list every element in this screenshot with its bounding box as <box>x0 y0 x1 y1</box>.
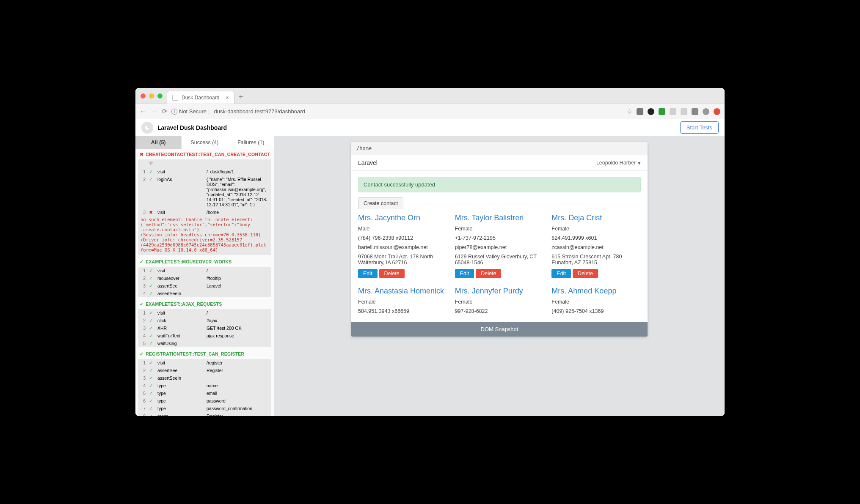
test-title: REGISTRATIONTEST::TEST_CAN_REGISTER <box>146 351 244 356</box>
delete-button[interactable]: Delete <box>476 269 501 278</box>
step-argument: password <box>207 398 269 403</box>
new-tab-button[interactable]: + <box>239 93 243 101</box>
ext-php-icon[interactable] <box>637 108 643 115</box>
ext-grey-icon[interactable] <box>670 108 676 115</box>
ext-dark-icon[interactable] <box>648 108 654 115</box>
delete-button[interactable]: Delete <box>379 269 405 278</box>
step-row[interactable]: 3✖visit/home <box>138 208 271 216</box>
contact-card: Mrs. Ahmed KoeppFemale(409) 925-7504 x13… <box>551 287 641 318</box>
step-row[interactable]: 4✓typename <box>138 382 271 389</box>
app-header: Laravel Dusk Dashboard Start Tests <box>135 119 725 136</box>
minimize-window-icon[interactable] <box>149 93 154 99</box>
tests-list[interactable]: ✖CREATECONTACTTEST::TEST_CAN_CREATE_CONT… <box>135 149 274 416</box>
start-tests-button[interactable]: Start Tests <box>680 121 719 134</box>
ext-pusher-icon[interactable] <box>659 108 665 115</box>
check-icon: ✓ <box>149 310 154 315</box>
step-row[interactable]: 4✓waitForTextajax response <box>138 332 271 340</box>
contact-address: 6129 Russel Valley Gloverbury, CT 65048-… <box>455 254 544 266</box>
filter-tab-all[interactable]: All (5) <box>135 136 182 149</box>
extension-icons: ☆ <box>626 107 720 115</box>
step-command: visit <box>157 310 203 315</box>
step-command: loginAs <box>157 177 203 182</box>
test-header[interactable]: ✓EXAMPLETEST::MOUSEOVER_WORKS <box>135 257 274 267</box>
filter-tab-failures[interactable]: Failures (1) <box>228 136 274 149</box>
preview-nav: Laravel Leopoldo Harber ▾ <box>351 155 648 171</box>
step-row[interactable]: 5✓typeemail <box>138 389 271 397</box>
step-row[interactable]: ⇈ <box>138 159 271 168</box>
traffic-lights <box>141 93 163 99</box>
delete-button[interactable]: Delete <box>573 269 598 278</box>
step-row[interactable]: 5✓waitUsing <box>138 340 271 347</box>
step-row[interactable]: 3✓assertSeeIn <box>138 374 271 382</box>
step-row[interactable]: 8✓pressRegister <box>138 412 271 416</box>
contact-name[interactable]: Mrs. Ahmed Koepp <box>551 287 641 296</box>
back-button[interactable]: ← <box>140 108 146 115</box>
filter-tabs: All (5) Success (4) Failures (1) <box>135 136 274 149</box>
check-icon: ✓ <box>149 276 154 281</box>
close-window-icon[interactable] <box>141 93 146 99</box>
contact-gender: Female <box>455 226 544 232</box>
step-command: press <box>157 414 203 416</box>
app-title: Laravel Dusk Dashboard <box>157 124 227 131</box>
card-actions: EditDelete <box>455 269 544 278</box>
dom-snapshot-button[interactable]: DOM Snapshot <box>351 322 648 337</box>
ext-red-icon[interactable] <box>714 108 720 115</box>
contact-name[interactable]: Mrs. Jennyfer Purdy <box>455 287 544 296</box>
contact-email: bartell.missouri@example.net <box>358 244 447 250</box>
step-row[interactable]: 3✓assertSeeLaravel <box>138 282 271 290</box>
filter-tab-success[interactable]: Success (4) <box>182 136 228 149</box>
step-row[interactable]: 2✓loginAs{ "name": "Mrs. Effie Russel DD… <box>138 175 271 208</box>
close-tab-icon[interactable]: × <box>226 94 229 101</box>
contact-card: Mrs. Taylor BalistreriFemale+1-737-972-2… <box>455 214 544 278</box>
step-row[interactable]: 2✓assertSeeRegister <box>138 367 271 374</box>
preview-user-dropdown[interactable]: Leopoldo Harber ▾ <box>596 160 641 166</box>
contact-name[interactable]: Mrs. Jacynthe Orn <box>358 214 447 222</box>
bookmark-star-icon[interactable]: ☆ <box>626 107 632 115</box>
test-header[interactable]: ✓REGISTRATIONTEST::TEST_CAN_REGISTER <box>135 349 274 359</box>
contact-gender: Female <box>455 299 544 305</box>
contact-name[interactable]: Mrs. Deja Crist <box>551 214 641 222</box>
step-row[interactable]: 7✓typepassword_confirmation <box>138 405 271 412</box>
browser-tab[interactable]: Dusk Dashboard × <box>167 91 234 104</box>
create-contact-button[interactable]: Create contact <box>358 197 403 209</box>
step-row[interactable]: 2✓mouseover#tooltip <box>138 274 271 282</box>
edit-button[interactable]: Edit <box>455 269 474 278</box>
contact-phone: (409) 925-7504 x1369 <box>551 308 641 314</box>
forward-button[interactable]: → <box>151 108 157 115</box>
security-indicator[interactable]: i Not Secure | <box>171 108 209 115</box>
info-icon: i <box>171 109 177 115</box>
step-command: visit <box>157 210 203 215</box>
step-row[interactable]: 1✓visit/_dusk/login/1 <box>138 168 271 175</box>
address-input[interactable]: dusk-dashboard.test:9773/dashboard <box>214 108 622 115</box>
step-command: assertSee <box>157 283 203 288</box>
contact-name[interactable]: Mrs. Taylor Balistreri <box>455 214 544 222</box>
check-icon: ✓ <box>149 177 154 182</box>
check-icon: ✓ <box>149 268 154 273</box>
check-icon: ✓ <box>149 391 154 396</box>
step-command: assertSeeIn <box>157 291 203 296</box>
step-row[interactable]: 1✓visit/register <box>138 359 271 367</box>
reload-button[interactable]: ⟳ <box>162 107 167 115</box>
pin-icon: ⇈ <box>149 161 153 167</box>
avatar-icon[interactable] <box>703 108 709 115</box>
step-argument: #ajax <box>207 318 269 323</box>
ext-dev-icon[interactable] <box>692 108 698 115</box>
maximize-window-icon[interactable] <box>157 93 163 99</box>
test-header[interactable]: ✓EXAMPLETEST::AJAX_REQUESTS <box>135 299 274 309</box>
check-icon: ✓ <box>149 326 154 331</box>
not-secure-label: Not Secure <box>179 108 207 115</box>
step-row[interactable]: 1✓visit/ <box>138 309 271 317</box>
step-row[interactable]: 2✓click#ajax <box>138 317 271 324</box>
step-row[interactable]: 6✓typepassword <box>138 397 271 405</box>
step-row[interactable]: 1✓visit/ <box>138 267 271 274</box>
test-header[interactable]: ✖CREATECONTACTTEST::TEST_CAN_CREATE_CONT… <box>135 149 274 159</box>
ext-grey2-icon[interactable] <box>681 108 687 115</box>
step-command: assertSeeIn <box>157 375 203 381</box>
step-argument: / <box>207 268 269 273</box>
contact-name[interactable]: Mrs. Anastasia Homenick <box>358 287 447 296</box>
step-row[interactable]: 4✓assertSeeIn <box>138 290 271 297</box>
step-command: assertSee <box>157 368 203 373</box>
step-row[interactable]: 3✓XHRGET /test 200 OK <box>138 324 271 332</box>
edit-button[interactable]: Edit <box>358 269 378 278</box>
edit-button[interactable]: Edit <box>551 269 571 278</box>
